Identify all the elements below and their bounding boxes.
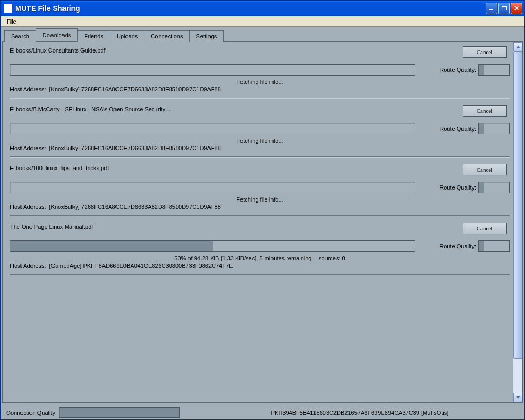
download-progress-bar xyxy=(10,240,415,252)
tabstrip: Search Downloads Friends Uploads Connect… xyxy=(2,29,523,41)
divider xyxy=(10,156,510,158)
cancel-button[interactable]: Cancel xyxy=(463,46,507,58)
divider xyxy=(10,274,510,275)
download-filename: E-books/B.McCarty - SELinux - NSA's Open… xyxy=(10,105,463,112)
download-item: E-books/B.McCarty - SELinux - NSA's Open… xyxy=(10,105,510,151)
tab-panel-downloads: E-books/Linux Consultants Guide.pdf Canc… xyxy=(2,41,523,403)
scrollbar-thumb[interactable] xyxy=(513,51,522,359)
download-filename: The One Page Linux Manual.pdf xyxy=(10,223,463,230)
route-quality-label: Route Quality: xyxy=(439,125,476,132)
statusbar: Connection Quality: PKH394BF5B4115603C2D… xyxy=(2,405,523,419)
download-status: 50% of 94.28 KiB [1.33 KiB/sec], 5 minut… xyxy=(10,255,510,261)
vertical-scrollbar[interactable] xyxy=(513,42,522,402)
window-controls: ✕ xyxy=(486,3,522,14)
route-quality-bar xyxy=(478,123,510,134)
tab-downloads[interactable]: Downloads xyxy=(36,28,78,41)
tab-search[interactable]: Search xyxy=(4,30,36,42)
close-button[interactable]: ✕ xyxy=(511,3,522,14)
download-progress-fill xyxy=(10,241,213,251)
download-host: Host Address: [KnoxBulky] 7268FC16A8CCE7… xyxy=(10,145,510,151)
download-host: Host Address: [KnoxBulky] 7268FC16A8CCE7… xyxy=(10,86,510,92)
download-host: Host Address: [KnoxBulky] 7268FC16A8CCE7… xyxy=(10,204,510,210)
maximize-button[interactable] xyxy=(498,3,510,14)
route-quality-bar xyxy=(478,182,510,193)
scrollbar-track[interactable] xyxy=(513,51,522,393)
cancel-button[interactable]: Cancel xyxy=(463,105,507,117)
download-progress-bar xyxy=(10,123,415,134)
route-quality-label: Route Quality: xyxy=(439,184,476,191)
connection-quality-bar xyxy=(59,407,180,418)
node-id: PKH394BF5B4115603C2DB21657A6F699E694CA37… xyxy=(180,410,519,416)
chevron-down-icon xyxy=(516,396,520,399)
download-filename: E-books/Linux Consultants Guide.pdf xyxy=(10,46,463,54)
scroll-up-button[interactable] xyxy=(513,42,522,51)
route-quality-fill xyxy=(479,182,484,193)
tab-uploads[interactable]: Uploads xyxy=(110,30,144,42)
minimize-button[interactable] xyxy=(486,3,497,14)
route-quality-label: Route Quality: xyxy=(439,67,476,73)
app-icon xyxy=(4,4,12,13)
tab-friends[interactable]: Friends xyxy=(77,30,110,42)
route-quality-fill xyxy=(479,123,484,134)
download-status: Fetching file info... xyxy=(10,79,510,85)
downloads-list: E-books/Linux Consultants Guide.pdf Canc… xyxy=(3,42,513,402)
menubar: File xyxy=(1,16,524,27)
divider xyxy=(10,98,510,99)
route-quality-bar xyxy=(478,240,510,252)
route-quality-bar xyxy=(478,64,510,76)
download-status: Fetching file info... xyxy=(10,196,510,203)
tab-connections[interactable]: Connections xyxy=(144,30,190,42)
download-progress-bar xyxy=(10,64,415,76)
scroll-down-button[interactable] xyxy=(513,393,522,402)
download-filename: E-books/100_linux_tips_and_tricks.pdf xyxy=(10,164,463,171)
route-quality-fill xyxy=(479,65,484,75)
chevron-up-icon xyxy=(516,46,520,48)
cancel-button[interactable]: Cancel xyxy=(463,223,507,234)
titlebar: MUTE File Sharing ✕ xyxy=(1,1,524,16)
route-quality-fill xyxy=(479,241,484,251)
divider xyxy=(10,215,510,216)
download-host: Host Address: [GamedAge] PKHF8AD669E0BA0… xyxy=(10,262,510,269)
client-area: Search Downloads Friends Uploads Connect… xyxy=(1,27,524,419)
download-status: Fetching file info... xyxy=(10,138,510,144)
tab-settings[interactable]: Settings xyxy=(189,30,224,42)
route-quality-label: Route Quality: xyxy=(439,243,476,249)
window-title: MUTE File Sharing xyxy=(15,4,486,13)
cancel-button[interactable]: Cancel xyxy=(463,164,507,175)
connection-quality-label: Connection Quality: xyxy=(6,410,57,416)
download-item: The One Page Linux Manual.pdf Cancel Rou… xyxy=(10,223,510,269)
download-progress-bar xyxy=(10,182,415,193)
app-window: MUTE File Sharing ✕ File Search Download… xyxy=(0,0,525,420)
menu-file[interactable]: File xyxy=(3,17,20,26)
download-item: E-books/Linux Consultants Guide.pdf Canc… xyxy=(10,46,510,92)
download-item: E-books/100_linux_tips_and_tricks.pdf Ca… xyxy=(10,164,510,210)
